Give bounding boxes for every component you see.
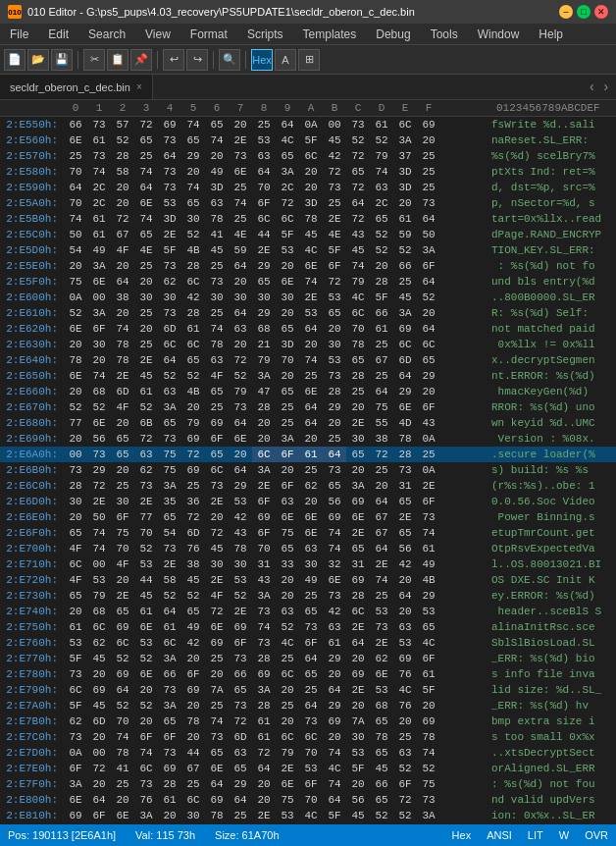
hex-byte[interactable]: 0A xyxy=(417,462,440,478)
hex-byte[interactable]: 20 xyxy=(276,823,299,824)
hex-byte[interactable]: 74 xyxy=(370,572,393,588)
hex-byte[interactable]: 6C xyxy=(64,556,87,572)
hex-byte[interactable]: 66 xyxy=(393,258,417,274)
table-row[interactable]: 2:E6A0h:00736563757265206C6F616465722825… xyxy=(0,447,616,462)
hex-byte[interactable]: 55 xyxy=(370,415,393,431)
hex-byte[interactable]: 6C xyxy=(299,729,323,745)
hex-byte[interactable]: 6C xyxy=(276,729,299,745)
hex-byte[interactable]: 64 xyxy=(299,698,323,714)
hex-byte[interactable]: 63 xyxy=(158,384,181,399)
hex-byte[interactable]: 70 xyxy=(111,541,134,556)
hex-byte[interactable]: 25 xyxy=(252,117,276,132)
hex-byte[interactable]: 25 xyxy=(393,274,417,290)
hex-byte[interactable]: 28 xyxy=(111,148,134,164)
hex-byte[interactable]: 65 xyxy=(370,211,393,227)
hex-byte[interactable]: 53 xyxy=(299,305,323,321)
hex-byte[interactable]: 69 xyxy=(158,117,181,132)
hex-byte[interactable]: 20 xyxy=(158,808,181,823)
hex-byte[interactable]: 28 xyxy=(252,698,276,714)
hex-byte[interactable]: 65 xyxy=(299,604,323,619)
hex-byte[interactable]: 6E xyxy=(64,132,87,148)
hex-byte[interactable]: 70 xyxy=(64,164,87,180)
hex-byte[interactable]: 72 xyxy=(346,148,370,164)
hex-byte[interactable]: 74 xyxy=(181,117,205,132)
hex-byte[interactable]: 20 xyxy=(229,274,252,290)
table-row[interactable]: 2:E6B0h:7329206275696C643A2025732025730A… xyxy=(0,462,616,478)
hex-byte[interactable]: 52 xyxy=(393,808,417,823)
hex-byte[interactable]: 20 xyxy=(323,729,346,745)
hex-byte[interactable]: 20 xyxy=(276,305,299,321)
hex-byte[interactable]: 6D xyxy=(181,525,205,541)
hex-byte[interactable]: 20 xyxy=(299,164,323,180)
hex-byte[interactable]: 63 xyxy=(393,745,417,761)
hex-byte[interactable]: 20 xyxy=(111,823,134,824)
hex-byte[interactable]: 73 xyxy=(346,117,370,132)
hex-byte[interactable]: 6D xyxy=(87,714,111,729)
hex-byte[interactable]: 63 xyxy=(134,447,158,462)
hex-byte[interactable]: 65 xyxy=(134,132,158,148)
hex-byte[interactable]: 2E xyxy=(252,478,276,494)
hex-byte[interactable]: 64 xyxy=(111,274,134,290)
hex-byte[interactable]: 73 xyxy=(158,258,181,274)
hex-byte[interactable]: 20 xyxy=(64,509,87,525)
hex-byte[interactable]: 20 xyxy=(252,776,276,792)
hex-byte[interactable]: 78 xyxy=(205,337,229,352)
hex-byte[interactable]: 25 xyxy=(181,776,205,792)
hex-byte[interactable]: 25 xyxy=(299,462,323,478)
hex-byte[interactable]: 4F xyxy=(111,399,134,415)
hex-byte[interactable]: 6C xyxy=(393,337,417,352)
hex-byte[interactable]: 65 xyxy=(181,195,205,211)
hex-byte[interactable]: 2E xyxy=(205,572,229,588)
menu-tools[interactable]: Tools xyxy=(421,24,468,44)
hex-byte[interactable]: 20 xyxy=(370,478,393,494)
hex-byte[interactable]: 52 xyxy=(181,588,205,604)
hex-byte[interactable]: 53 xyxy=(229,494,252,509)
hex-byte[interactable]: 2E xyxy=(323,211,346,227)
hex-byte[interactable]: 73 xyxy=(64,462,87,478)
hex-byte[interactable]: 3A xyxy=(87,305,111,321)
hex-byte[interactable]: 64 xyxy=(417,274,440,290)
hex-byte[interactable]: 4E xyxy=(134,242,158,258)
hex-byte[interactable]: 20 xyxy=(87,776,111,792)
hex-byte[interactable]: 25 xyxy=(134,337,158,352)
hex-byte[interactable]: 49 xyxy=(299,572,323,588)
hex-byte[interactable]: 3A xyxy=(252,368,276,384)
hex-byte[interactable]: 30 xyxy=(229,290,252,305)
hex-byte[interactable]: 20 xyxy=(346,399,370,415)
hex-byte[interactable]: 74 xyxy=(111,729,134,745)
hex-byte[interactable]: 6F xyxy=(87,321,111,337)
hex-byte[interactable]: 65 xyxy=(370,792,393,808)
hex-byte[interactable]: 70 xyxy=(252,180,276,195)
hex-byte[interactable]: 2C xyxy=(370,195,393,211)
hex-byte[interactable]: 28 xyxy=(181,305,205,321)
tab-close-button[interactable]: × xyxy=(136,81,142,92)
hex-byte[interactable]: 20 xyxy=(276,682,299,698)
hex-byte[interactable]: 65 xyxy=(346,541,370,556)
hex-byte[interactable]: 56 xyxy=(323,494,346,509)
hex-byte[interactable]: 31 xyxy=(393,478,417,494)
hex-byte[interactable]: 73 xyxy=(158,682,181,698)
hex-byte[interactable]: 64 xyxy=(205,776,229,792)
hex-byte[interactable]: 4D xyxy=(393,415,417,431)
hex-byte[interactable]: 79 xyxy=(229,384,252,399)
hex-byte[interactable]: 62 xyxy=(370,651,393,666)
hex-byte[interactable]: 00 xyxy=(87,556,111,572)
hex-byte[interactable]: 78 xyxy=(417,729,440,745)
hex-byte[interactable]: 64 xyxy=(417,211,440,227)
hex-byte[interactable]: 70 xyxy=(299,745,323,761)
hex-byte[interactable]: 69 xyxy=(323,714,346,729)
hex-byte[interactable]: 73 xyxy=(205,478,229,494)
hex-byte[interactable]: 53 xyxy=(64,635,87,651)
hex-byte[interactable]: 25 xyxy=(370,337,393,352)
hex-byte[interactable]: 41 xyxy=(205,227,229,242)
hex-byte[interactable]: 74 xyxy=(323,776,346,792)
hex-byte[interactable]: 52 xyxy=(158,368,181,384)
hex-byte[interactable]: 73 xyxy=(134,776,158,792)
hex-byte[interactable]: 77 xyxy=(134,509,158,525)
hex-byte[interactable]: 4F xyxy=(64,541,87,556)
hex-byte[interactable]: 65 xyxy=(205,745,229,761)
hex-byte[interactable]: 73 xyxy=(158,132,181,148)
hex-byte[interactable]: 6C xyxy=(252,447,276,462)
hex-byte[interactable]: 63 xyxy=(252,148,276,164)
hex-byte[interactable]: 6E xyxy=(111,808,134,823)
